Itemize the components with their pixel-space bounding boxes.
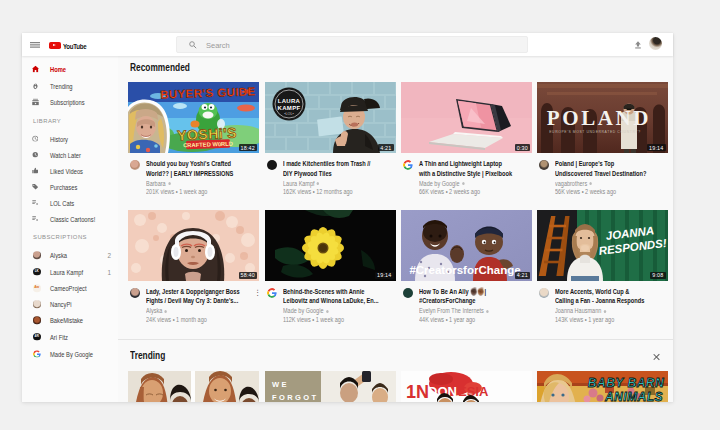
svg-text:WE: WE [272,380,289,389]
svg-text:KAMPF: KAMPF [277,105,300,111]
svg-text:1N: 1N [406,382,429,402]
svg-text:BABY BARN: BABY BARN [587,376,663,390]
svg-text:FORGOT: FORGOT [272,393,318,402]
svg-text:LAURA: LAURA [277,98,300,104]
svg-text:EUROPE'S MOST UNDERRATED COUNT: EUROPE'S MOST UNDERRATED COUNTRY? [549,130,640,134]
svg-text:•LOL•: •LOL• [284,112,294,116]
svg-text:#CreatorsforChange: #CreatorsforChange [409,264,520,276]
svg-text:POLAND: POLAND [546,106,650,130]
svg-text:ANIMALS: ANIMALS [603,390,662,402]
